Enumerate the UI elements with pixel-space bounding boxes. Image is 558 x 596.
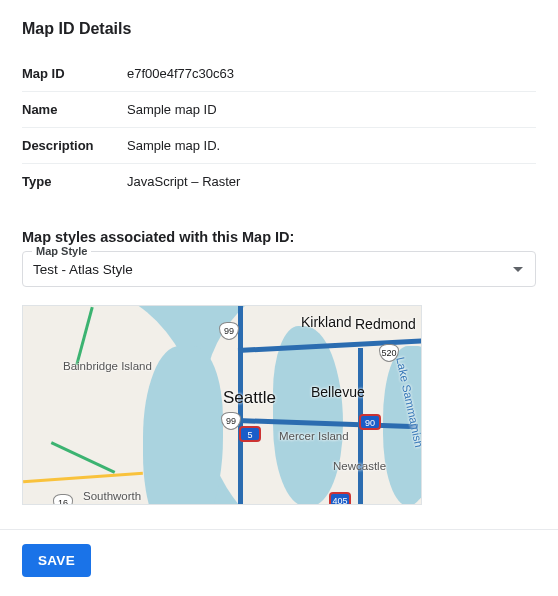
map-shield-i5: 5: [239, 426, 261, 442]
map-shield-16: 16: [53, 494, 73, 505]
map-label-seattle: Seattle: [223, 388, 276, 408]
table-row: Type JavaScript – Raster: [22, 164, 536, 200]
map-label-mercer: Mercer Island: [279, 430, 349, 442]
detail-value: Sample map ID.: [127, 128, 536, 164]
map-label-bainbridge: Bainbridge Island: [63, 360, 152, 372]
map-shield-i405: 405: [329, 492, 351, 505]
detail-label: Name: [22, 92, 127, 128]
detail-label: Map ID: [22, 56, 127, 92]
detail-label: Description: [22, 128, 127, 164]
map-label-kirkland: Kirkland: [301, 314, 352, 330]
page-title: Map ID Details: [22, 20, 536, 38]
details-table: Map ID e7f00e4f77c30c63 Name Sample map …: [22, 56, 536, 199]
save-button[interactable]: SAVE: [22, 544, 91, 577]
detail-value: e7f00e4f77c30c63: [127, 56, 536, 92]
table-row: Map ID e7f00e4f77c30c63: [22, 56, 536, 92]
detail-value: Sample map ID: [127, 92, 536, 128]
map-label-bellevue: Bellevue: [311, 384, 365, 400]
map-preview[interactable]: Seattle Bellevue Kirkland Redmond Mercer…: [22, 305, 422, 505]
table-row: Name Sample map ID: [22, 92, 536, 128]
map-style-label: Map Style: [32, 245, 91, 257]
map-label-newcastle: Newcastle: [333, 460, 386, 472]
table-row: Description Sample map ID.: [22, 128, 536, 164]
map-label-redmond: Redmond: [355, 316, 416, 332]
detail-value: JavaScript – Raster: [127, 164, 536, 200]
chevron-down-icon: [513, 267, 523, 272]
map-label-southworth: Southworth: [83, 490, 141, 502]
map-style-select[interactable]: Test - Atlas Style: [22, 251, 536, 287]
associated-styles-heading: Map styles associated with this Map ID:: [22, 229, 536, 245]
map-shield-i90: 90: [359, 414, 381, 430]
map-style-value: Test - Atlas Style: [33, 262, 133, 277]
detail-label: Type: [22, 164, 127, 200]
